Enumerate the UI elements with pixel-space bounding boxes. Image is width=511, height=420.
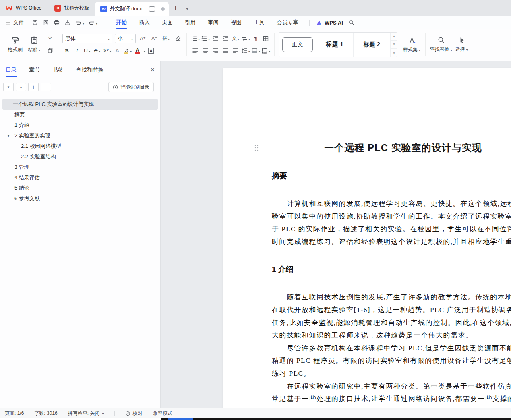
align-justify-button[interactable]	[221, 46, 230, 55]
italic-button[interactable]	[72, 46, 81, 55]
font-color-chevron[interactable]	[144, 48, 146, 54]
font-name-combo[interactable]: 黑体	[62, 34, 112, 43]
style-cell-0[interactable]: 正文	[279, 33, 316, 57]
paragraph-layout-button[interactable]	[251, 34, 260, 43]
menu-item-1[interactable]: 插入	[133, 16, 156, 29]
borders-button[interactable]	[261, 46, 270, 55]
paste-button[interactable]: 粘贴	[25, 35, 43, 54]
panel-tab-2[interactable]: 书签	[52, 61, 64, 79]
find-replace-button[interactable]: 查找替换	[430, 36, 452, 53]
panel-tab-3[interactable]: 查找和替换	[76, 61, 104, 79]
file-menu-button[interactable]: 文件	[0, 16, 29, 29]
wps-home-tab[interactable]: WPS Office	[0, 0, 49, 16]
new-tab-button[interactable]: +	[169, 0, 182, 16]
wps-ai-button[interactable]: WPS AI	[314, 16, 345, 29]
toc-item[interactable]: 3 管理	[2, 162, 158, 172]
font-size-combo[interactable]: 小二	[115, 34, 136, 43]
gallery-down-icon[interactable]	[391, 40, 397, 48]
undo-button[interactable]	[73, 16, 86, 29]
toc-zoom-out-button[interactable]	[41, 83, 51, 91]
toc-expand-button[interactable]	[16, 83, 26, 91]
tab-current-document[interactable]: W 外文翻译.docx	[95, 2, 169, 16]
paste-chevron[interactable]	[38, 47, 40, 52]
pinyin-guide-button[interactable]	[161, 34, 171, 43]
redo-button[interactable]	[86, 16, 99, 29]
toc-item[interactable]: 6 参考文献	[2, 193, 158, 204]
close-panel-icon[interactable]	[151, 61, 155, 79]
font-color-button[interactable]: A	[133, 46, 142, 55]
character-border-button[interactable]	[147, 46, 155, 55]
document-page[interactable]: 一个远程 PLC 实验室的设计与实现 摘要计算机和互联网的发展,使远程学习更容易…	[223, 68, 511, 408]
copy-button[interactable]	[46, 47, 54, 54]
save-button[interactable]	[29, 16, 40, 29]
toc-item[interactable]: 2.1 校园网络模型	[2, 141, 158, 151]
align-center-button[interactable]	[201, 46, 210, 55]
shading-button[interactable]	[251, 46, 260, 55]
cut-button[interactable]	[46, 35, 54, 42]
menu-item-4[interactable]: 审阅	[202, 16, 225, 29]
undo-chevron[interactable]	[82, 20, 84, 26]
toc-item[interactable]: 一个远程 PLC 实验室的设计与实现	[2, 99, 158, 110]
compat-mode[interactable]: 兼容模式	[153, 410, 172, 417]
toc-item[interactable]: ▾2 实验室的实现	[2, 130, 158, 141]
menu-item-0[interactable]: 开始	[110, 16, 133, 29]
align-left-button[interactable]	[191, 46, 200, 55]
menu-item-2[interactable]: 页面	[156, 16, 179, 29]
style-cell-1[interactable]: 标题 1	[316, 33, 353, 57]
line-spacing-button[interactable]	[241, 46, 250, 55]
table-grid-button[interactable]	[261, 34, 270, 43]
print-button[interactable]	[51, 16, 62, 29]
smart-toc-button[interactable]: 智能识别目录	[108, 82, 154, 92]
toc-zoom-in-button[interactable]	[28, 83, 39, 91]
increase-indent-button[interactable]	[221, 34, 230, 43]
text-effect-button[interactable]	[113, 46, 122, 55]
toc-item[interactable]: 1 介绍	[2, 120, 158, 130]
tab-docer-template[interactable]: D 找稻壳模板	[49, 0, 95, 16]
superscript-button[interactable]	[103, 46, 112, 55]
toc-item[interactable]: 4 结果评估	[2, 172, 158, 183]
strikethrough-button[interactable]	[93, 46, 101, 55]
bullet-list-button[interactable]	[191, 34, 200, 43]
increase-font-button[interactable]	[138, 34, 147, 43]
symbol-button[interactable]	[241, 34, 250, 43]
highlight-button[interactable]	[123, 46, 132, 55]
toc-collapse-button[interactable]	[3, 83, 14, 91]
gallery-up-icon[interactable]	[391, 33, 397, 40]
style-set-button[interactable]: 样式集	[402, 36, 421, 53]
decrease-indent-button[interactable]	[211, 34, 220, 43]
page-indicator[interactable]: 页面: 1/6	[5, 410, 24, 417]
output-button[interactable]	[62, 16, 73, 29]
menu-item-5[interactable]: 视图	[225, 16, 248, 29]
search-button[interactable]	[345, 16, 358, 29]
word-count[interactable]: 字数: 3016	[34, 410, 57, 417]
spell-check-status[interactable]: 拼写检查: 关闭	[68, 410, 104, 417]
gallery-more-icon[interactable]	[391, 48, 397, 56]
decrease-font-button[interactable]	[150, 34, 159, 43]
format-painter-button[interactable]: 格式刷	[6, 35, 25, 54]
distribute-button[interactable]	[231, 46, 240, 55]
style-cell-2[interactable]: 标题 2	[354, 33, 391, 57]
print-preview-button[interactable]	[40, 16, 51, 29]
underline-button[interactable]	[83, 46, 91, 55]
document-canvas[interactable]: 一个远程 PLC 实验室的设计与实现 摘要计算机和互联网的发展,使远程学习更容易…	[161, 61, 511, 408]
toc-item[interactable]: 5 结论	[2, 183, 158, 193]
select-button[interactable]: 选择	[452, 37, 471, 53]
toc-item[interactable]: 摘要	[2, 110, 158, 120]
align-right-button[interactable]	[211, 46, 220, 55]
menu-item-3[interactable]: 引用	[179, 16, 202, 29]
numbered-list-button[interactable]	[201, 34, 210, 43]
redo-chevron[interactable]	[96, 20, 98, 26]
tab-list-chevron[interactable]	[182, 0, 191, 16]
comment-bubble-icon[interactable]	[149, 6, 155, 12]
toc-item[interactable]: 2.2 实验室结构	[2, 151, 158, 162]
panel-tab-1[interactable]: 章节	[29, 61, 40, 79]
paragraph-drag-handle-icon[interactable]	[254, 144, 259, 151]
expander-icon[interactable]: ▾	[8, 134, 9, 138]
menu-item-6[interactable]: 工具	[248, 16, 271, 29]
bold-button[interactable]	[62, 46, 71, 55]
proofread-button[interactable]: 校对	[125, 410, 142, 417]
clear-format-button[interactable]	[173, 34, 182, 43]
menu-item-7[interactable]: 会员专享	[271, 16, 304, 29]
panel-tab-0[interactable]: 目录	[6, 61, 17, 79]
asian-layout-button[interactable]	[231, 34, 240, 43]
